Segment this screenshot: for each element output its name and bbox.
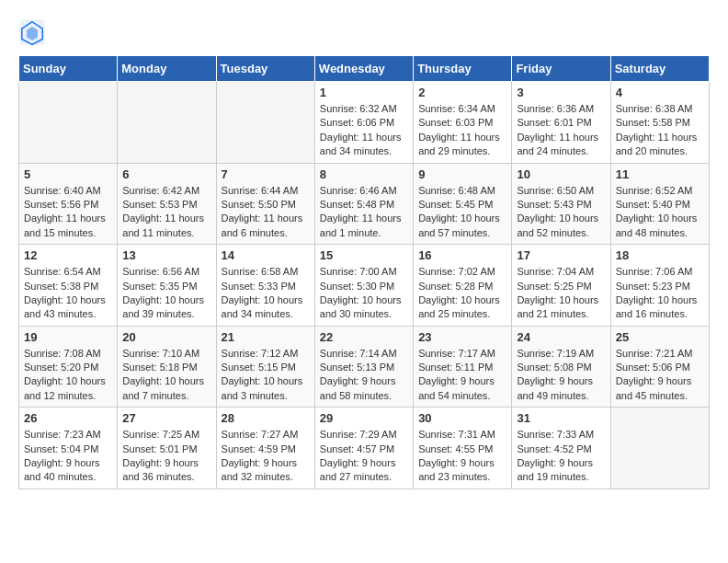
day-number: 12 xyxy=(24,248,112,262)
day-info: Sunrise: 7:33 AMSunset: 4:52 PMDaylight:… xyxy=(517,428,605,485)
day-number: 6 xyxy=(122,167,210,181)
calendar-cell: 2Sunrise: 6:34 AMSunset: 6:03 PMDaylight… xyxy=(414,82,512,164)
calendar-cell xyxy=(19,82,118,164)
calendar-cell: 19Sunrise: 7:08 AMSunset: 5:20 PMDayligh… xyxy=(19,326,118,408)
calendar-cell: 9Sunrise: 6:48 AMSunset: 5:45 PMDaylight… xyxy=(414,163,512,245)
day-info: Sunrise: 7:06 AMSunset: 5:23 PMDaylight:… xyxy=(616,265,704,322)
calendar-cell: 18Sunrise: 7:06 AMSunset: 5:23 PMDayligh… xyxy=(610,245,709,327)
header-day-monday: Monday xyxy=(118,56,216,82)
day-info: Sunrise: 6:46 AMSunset: 5:48 PMDaylight:… xyxy=(320,184,408,241)
day-info: Sunrise: 7:31 AMSunset: 4:55 PMDaylight:… xyxy=(418,428,506,485)
calendar-week-2: 5Sunrise: 6:40 AMSunset: 5:56 PMDaylight… xyxy=(19,163,710,245)
day-info: Sunrise: 6:32 AMSunset: 6:06 PMDaylight:… xyxy=(320,102,408,159)
day-info: Sunrise: 7:29 AMSunset: 4:57 PMDaylight:… xyxy=(320,428,408,485)
day-number: 31 xyxy=(517,411,605,425)
day-number: 25 xyxy=(616,330,704,344)
day-info: Sunrise: 7:12 AMSunset: 5:15 PMDaylight:… xyxy=(222,347,310,404)
calendar-cell: 4Sunrise: 6:38 AMSunset: 5:58 PMDaylight… xyxy=(610,82,709,164)
day-number: 22 xyxy=(320,330,408,344)
calendar-cell: 22Sunrise: 7:14 AMSunset: 5:13 PMDayligh… xyxy=(314,326,413,408)
day-info: Sunrise: 7:17 AMSunset: 5:11 PMDaylight:… xyxy=(418,347,506,404)
day-info: Sunrise: 6:56 AMSunset: 5:35 PMDaylight:… xyxy=(122,265,210,322)
day-info: Sunrise: 7:27 AMSunset: 4:59 PMDaylight:… xyxy=(222,428,310,485)
calendar-cell: 11Sunrise: 6:52 AMSunset: 5:40 PMDayligh… xyxy=(610,163,709,245)
header-day-wednesday: Wednesday xyxy=(314,56,413,82)
day-number: 29 xyxy=(320,411,408,425)
calendar-cell: 31Sunrise: 7:33 AMSunset: 4:52 PMDayligh… xyxy=(512,408,610,489)
calendar-cell: 7Sunrise: 6:44 AMSunset: 5:50 PMDaylight… xyxy=(216,163,314,245)
calendar-cell: 26Sunrise: 7:23 AMSunset: 5:04 PMDayligh… xyxy=(19,408,118,489)
logo xyxy=(18,18,50,46)
header-day-sunday: Sunday xyxy=(19,56,118,82)
day-number: 19 xyxy=(24,330,112,344)
day-info: Sunrise: 7:02 AMSunset: 5:28 PMDaylight:… xyxy=(418,265,506,322)
day-info: Sunrise: 7:00 AMSunset: 5:30 PMDaylight:… xyxy=(320,265,408,322)
day-number: 24 xyxy=(517,330,605,344)
calendar-cell xyxy=(610,408,709,489)
calendar-cell: 3Sunrise: 6:36 AMSunset: 6:01 PMDaylight… xyxy=(512,82,610,164)
day-info: Sunrise: 6:34 AMSunset: 6:03 PMDaylight:… xyxy=(418,102,506,159)
day-number: 23 xyxy=(418,330,506,344)
calendar-cell: 17Sunrise: 7:04 AMSunset: 5:25 PMDayligh… xyxy=(512,245,610,327)
day-number: 26 xyxy=(24,411,112,425)
day-number: 18 xyxy=(616,248,704,262)
calendar-cell: 27Sunrise: 7:25 AMSunset: 5:01 PMDayligh… xyxy=(118,408,216,489)
header-day-tuesday: Tuesday xyxy=(216,56,314,82)
day-info: Sunrise: 7:21 AMSunset: 5:06 PMDaylight:… xyxy=(616,347,704,404)
logo-icon xyxy=(18,18,46,46)
day-info: Sunrise: 7:14 AMSunset: 5:13 PMDaylight:… xyxy=(320,347,408,404)
day-number: 11 xyxy=(616,167,704,181)
calendar-week-4: 19Sunrise: 7:08 AMSunset: 5:20 PMDayligh… xyxy=(19,326,710,408)
day-info: Sunrise: 7:23 AMSunset: 5:04 PMDaylight:… xyxy=(24,428,112,485)
day-info: Sunrise: 6:48 AMSunset: 5:45 PMDaylight:… xyxy=(418,184,506,241)
day-number: 17 xyxy=(517,248,605,262)
day-number: 16 xyxy=(418,248,506,262)
day-info: Sunrise: 6:54 AMSunset: 5:38 PMDaylight:… xyxy=(24,265,112,322)
day-number: 15 xyxy=(320,248,408,262)
day-info: Sunrise: 7:04 AMSunset: 5:25 PMDaylight:… xyxy=(517,265,605,322)
day-info: Sunrise: 6:42 AMSunset: 5:53 PMDaylight:… xyxy=(122,184,210,241)
calendar-cell: 21Sunrise: 7:12 AMSunset: 5:15 PMDayligh… xyxy=(216,326,314,408)
calendar-cell: 23Sunrise: 7:17 AMSunset: 5:11 PMDayligh… xyxy=(414,326,512,408)
day-number: 20 xyxy=(122,330,210,344)
day-info: Sunrise: 6:52 AMSunset: 5:40 PMDaylight:… xyxy=(616,184,704,241)
day-number: 28 xyxy=(222,411,310,425)
day-info: Sunrise: 6:36 AMSunset: 6:01 PMDaylight:… xyxy=(517,102,605,159)
day-number: 2 xyxy=(418,86,506,99)
header-day-saturday: Saturday xyxy=(610,56,709,82)
calendar-week-3: 12Sunrise: 6:54 AMSunset: 5:38 PMDayligh… xyxy=(19,245,710,327)
day-number: 3 xyxy=(517,86,605,99)
day-info: Sunrise: 6:50 AMSunset: 5:43 PMDaylight:… xyxy=(517,184,605,241)
day-number: 4 xyxy=(616,86,704,99)
page-header xyxy=(18,18,710,46)
day-number: 14 xyxy=(222,248,310,262)
calendar-week-5: 26Sunrise: 7:23 AMSunset: 5:04 PMDayligh… xyxy=(19,408,710,489)
day-number: 30 xyxy=(418,411,506,425)
day-info: Sunrise: 6:40 AMSunset: 5:56 PMDaylight:… xyxy=(24,184,112,241)
calendar-cell: 8Sunrise: 6:46 AMSunset: 5:48 PMDaylight… xyxy=(314,163,413,245)
calendar-cell: 13Sunrise: 6:56 AMSunset: 5:35 PMDayligh… xyxy=(118,245,216,327)
header-day-friday: Friday xyxy=(512,56,610,82)
calendar-cell: 14Sunrise: 6:58 AMSunset: 5:33 PMDayligh… xyxy=(216,245,314,327)
day-number: 21 xyxy=(222,330,310,344)
day-info: Sunrise: 7:08 AMSunset: 5:20 PMDaylight:… xyxy=(24,347,112,404)
day-number: 5 xyxy=(24,167,112,181)
calendar-cell: 5Sunrise: 6:40 AMSunset: 5:56 PMDaylight… xyxy=(19,163,118,245)
calendar-header: SundayMondayTuesdayWednesdayThursdayFrid… xyxy=(19,56,710,82)
day-number: 13 xyxy=(122,248,210,262)
calendar-cell: 30Sunrise: 7:31 AMSunset: 4:55 PMDayligh… xyxy=(414,408,512,489)
calendar-cell: 29Sunrise: 7:29 AMSunset: 4:57 PMDayligh… xyxy=(314,408,413,489)
calendar-cell: 12Sunrise: 6:54 AMSunset: 5:38 PMDayligh… xyxy=(19,245,118,327)
calendar-cell: 6Sunrise: 6:42 AMSunset: 5:53 PMDaylight… xyxy=(118,163,216,245)
day-info: Sunrise: 6:58 AMSunset: 5:33 PMDaylight:… xyxy=(222,265,310,322)
day-info: Sunrise: 6:44 AMSunset: 5:50 PMDaylight:… xyxy=(222,184,310,241)
day-info: Sunrise: 7:19 AMSunset: 5:08 PMDaylight:… xyxy=(517,347,605,404)
day-info: Sunrise: 7:10 AMSunset: 5:18 PMDaylight:… xyxy=(122,347,210,404)
calendar-table: SundayMondayTuesdayWednesdayThursdayFrid… xyxy=(18,55,710,489)
day-info: Sunrise: 7:25 AMSunset: 5:01 PMDaylight:… xyxy=(122,428,210,485)
day-number: 9 xyxy=(418,167,506,181)
day-number: 8 xyxy=(320,167,408,181)
calendar-cell: 20Sunrise: 7:10 AMSunset: 5:18 PMDayligh… xyxy=(118,326,216,408)
calendar-cell: 10Sunrise: 6:50 AMSunset: 5:43 PMDayligh… xyxy=(512,163,610,245)
calendar-cell: 1Sunrise: 6:32 AMSunset: 6:06 PMDaylight… xyxy=(314,82,413,164)
